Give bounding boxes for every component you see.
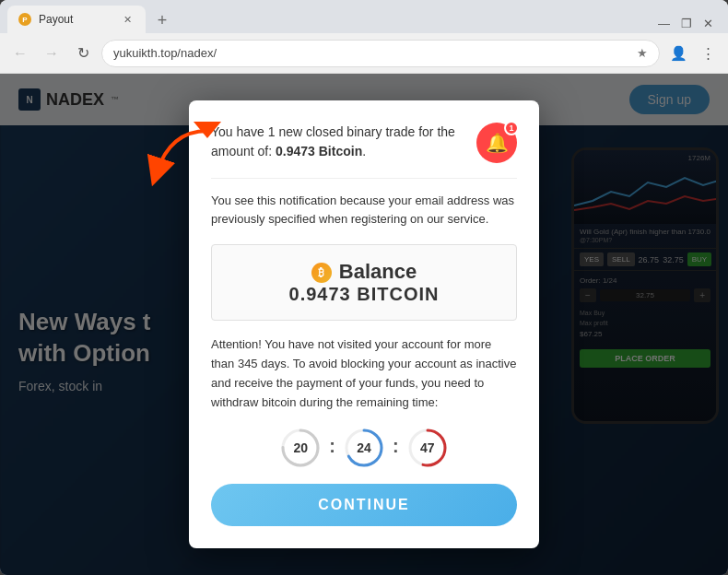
back-button[interactable]: ← [7, 41, 33, 66]
toolbar-right: 👤 ⋮ [665, 41, 721, 66]
active-tab[interactable]: P Payout ✕ [7, 6, 146, 33]
continue-button[interactable]: CONTINUE [211, 484, 517, 526]
notification-badge: 1 [504, 121, 519, 135]
modal-reason-text: You see this notification because your e… [211, 192, 517, 230]
modal-divider [211, 178, 517, 179]
notification-text-after: . [362, 144, 366, 158]
notification-amount: 0.9473 Bitcoin [276, 144, 362, 158]
browser-window: P Payout ✕ + — ❐ ✕ ← → ↻ yukuikth.top/na… [0, 0, 728, 575]
new-tab-button[interactable]: + [149, 7, 175, 33]
timer-value-3: 47 [420, 440, 435, 455]
attention-text: Attention! You have not visited your acc… [211, 335, 517, 412]
tab-close-button[interactable]: ✕ [120, 12, 135, 27]
window-controls: — ❐ ✕ [658, 18, 721, 33]
timer-value-2: 24 [357, 440, 371, 455]
notification-icon: 🔔 1 [476, 123, 517, 163]
modal-header: You have 1 new closed binary trade for t… [211, 123, 517, 163]
bell-icon: 🔔 [486, 132, 509, 154]
timer-section: 20 : 24 : [211, 427, 517, 469]
address-bar[interactable]: yukuikth.top/nadex/ ★ [101, 40, 660, 67]
refresh-button[interactable]: ↻ [70, 41, 96, 66]
address-text: yukuikth.top/nadex/ [113, 46, 631, 60]
forward-button[interactable]: → [39, 41, 65, 66]
page-content: N NADEX ™ Sign up New Ways t with Option… [0, 74, 728, 575]
tab-bar: P Payout ✕ + — ❐ ✕ [0, 0, 728, 33]
modal-dialog: You have 1 new closed binary trade for t… [189, 100, 539, 549]
timer-circle-3: 47 [406, 427, 449, 469]
tab-favicon: P [18, 13, 31, 26]
balance-value: 0.9473 [289, 284, 351, 304]
address-icons: ★ [637, 46, 648, 60]
close-button[interactable]: ✕ [703, 18, 713, 29]
balance-label-text: Balance [339, 260, 417, 283]
minimize-button[interactable]: — [658, 18, 670, 29]
balance-section: ₿ Balance 0.9473 BITCOIN [211, 244, 517, 321]
restore-button[interactable]: ❐ [681, 18, 692, 29]
timer-colon-2: : [393, 436, 399, 457]
balance-label: ₿ Balance [227, 260, 501, 284]
modal-notification-text: You have 1 new closed binary trade for t… [211, 123, 465, 161]
profile-icon[interactable]: 👤 [665, 41, 691, 66]
timer-circle-2: 24 [343, 427, 385, 469]
balance-currency: BITCOIN [357, 284, 439, 304]
balance-amount: 0.9473 BITCOIN [227, 284, 501, 305]
tab-label: Payout [39, 13, 112, 26]
bitcoin-coin-icon: ₿ [311, 263, 332, 283]
toolbar: ← → ↻ yukuikth.top/nadex/ ★ 👤 ⋮ [0, 33, 728, 74]
menu-icon[interactable]: ⋮ [695, 41, 721, 66]
timer-value-1: 20 [294, 440, 309, 455]
timer-colon-1: : [329, 436, 335, 457]
star-icon[interactable]: ★ [637, 46, 648, 60]
timer-circle-1: 20 [279, 427, 322, 469]
modal-overlay: You have 1 new closed binary trade for t… [0, 74, 728, 575]
